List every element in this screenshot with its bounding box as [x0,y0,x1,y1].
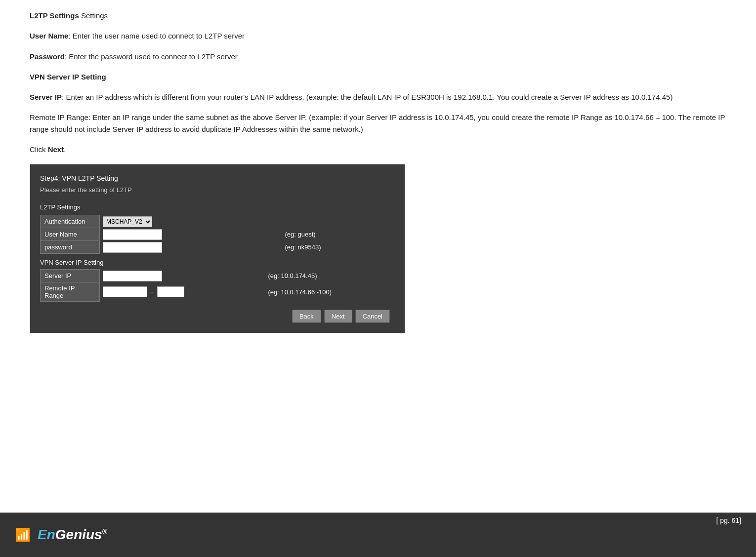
password-input[interactable] [103,242,162,253]
remote-ip-end-input[interactable] [157,286,184,297]
remote-ip-input-cell: - [100,282,266,302]
server-ip-desc: : Enter an IP address which is different… [62,93,672,101]
server-ip-bold: Server IP [30,93,62,101]
logo-genius: Genius [55,527,102,542]
server-ip-para: Server IP: Enter an IP address which is … [30,91,726,103]
password-hint: (eg: nk9543) [283,241,395,254]
auth-select[interactable]: MSCHAP_V2 [103,216,152,227]
logo-text: EnGenius® [38,527,107,543]
l2tp-heading-bold: L2TP Settings [30,11,79,20]
server-ip-row: Server IP (eg: 10.0.174.45) [41,270,395,282]
next-button[interactable]: Next [324,310,352,323]
remote-ip-label-cell: Remote IP Range [41,282,100,302]
password-para: Password: Enter the password used to con… [30,51,726,62]
dash-separator: - [149,288,155,295]
server-ip-label-cell: Server IP [41,270,100,282]
click-next-end: . [64,145,66,154]
server-ip-hint: (eg: 10.0.174.45) [266,270,394,282]
footer: 📶 EnGenius® [ pg. 61] [0,513,756,557]
l2tp-heading-suffix: Settings [81,11,108,20]
password-input-cell [100,241,283,254]
username-desc: : Enter the user name used to connect to… [68,32,245,40]
next-bold: Next [48,145,64,154]
screenshot-title: Step4: VPN L2TP Setting [40,174,395,182]
username-input[interactable] [103,229,162,240]
vpn-heading-para: VPN Server IP Setting [30,71,726,82]
l2tp-section-label: L2TP Settings [40,203,395,211]
l2tp-heading-para: L2TP Settings Settings [30,10,726,21]
l2tp-form-table: Authentication MSCHAP_V2 User Name (eg: … [40,215,395,254]
main-content: L2TP Settings Settings User Name: Enter … [0,0,756,358]
auth-input-cell: MSCHAP_V2 [100,215,283,228]
username-row: User Name (eg: guest) [41,228,395,241]
click-next-para: Click Next. [30,144,726,155]
vpn-heading-bold: VPN Server IP Setting [30,73,106,81]
remote-ip-start-input[interactable] [103,286,147,297]
auth-label-cell: Authentication [41,215,100,228]
remote-ip-para: Remote IP Range: Enter an IP range under… [30,112,726,135]
screenshot-subtitle: Please enter the setting of L2TP [40,186,395,194]
footer-logo: 📶 EnGenius® [15,527,107,543]
screenshot-box: Step4: VPN L2TP Setting Please enter the… [30,164,405,333]
vpn-section-label: VPN Server IP Setting [40,259,395,266]
vpn-form-table: Server IP (eg: 10.0.174.45) Remote IP Ra… [40,269,395,302]
logo-en: En [38,527,55,542]
button-row: Back Next Cancel [40,310,395,323]
username-label-cell: User Name [41,228,100,241]
back-button[interactable]: Back [292,310,321,323]
username-para: User Name: Enter the user name used to c… [30,30,726,41]
password-row: password (eg: nk9543) [41,241,395,254]
password-label-cell: password [41,241,100,254]
server-ip-input-cell [100,270,266,282]
remote-ip-hint: (eg: 10.0.174.66 -100) [266,282,394,302]
username-input-cell [100,228,283,241]
page-number: [ pg. 61] [716,513,741,524]
remote-ip-row: Remote IP Range - (eg: 10.0.174.66 -100) [41,282,395,302]
password-label-text: Password [30,52,65,61]
cancel-button[interactable]: Cancel [355,310,390,323]
logo-reg: ® [102,528,107,536]
click-text: Click [30,145,48,154]
auth-row: Authentication MSCHAP_V2 [41,215,395,228]
password-desc: : Enter the password used to connect to … [65,52,238,61]
server-ip-input[interactable] [103,271,162,281]
wifi-icon: 📶 [15,527,31,543]
username-hint: (eg: guest) [283,228,395,241]
username-label-text: User Name [30,32,68,40]
